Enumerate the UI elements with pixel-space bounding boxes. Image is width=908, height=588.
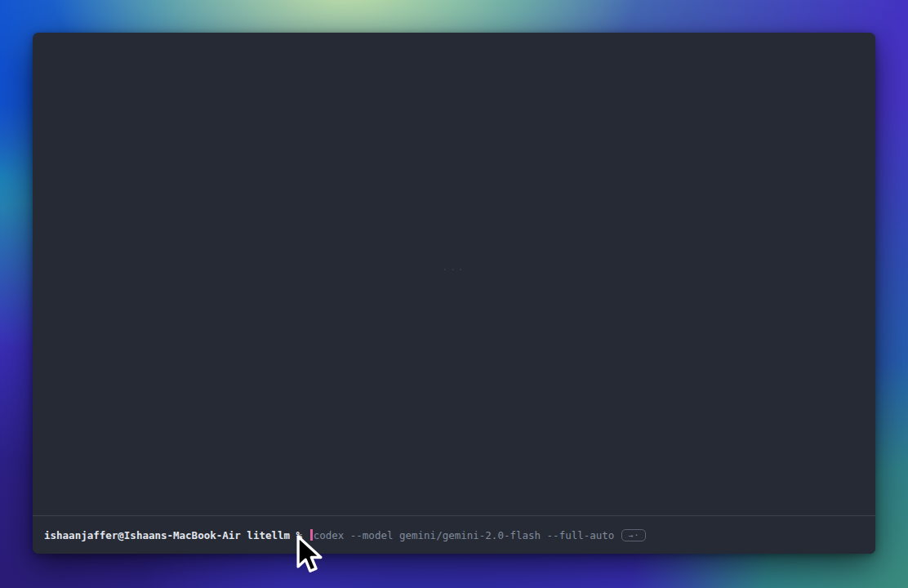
- terminal-output-area[interactable]: ...: [33, 33, 875, 515]
- prompt-directory: litellm: [241, 529, 290, 541]
- prompt-symbol: %: [290, 529, 309, 541]
- loading-ellipsis: ...: [33, 262, 875, 273]
- command-input-line[interactable]: ishaanjaffer@Ishaans-MacBook-Air litellm…: [33, 515, 875, 554]
- terminal-window: ... ishaanjaffer@Ishaans-MacBook-Air lit…: [33, 33, 875, 554]
- text-cursor: [310, 529, 313, 541]
- accept-suggestion-hint-badge[interactable]: →·: [621, 529, 646, 541]
- prompt-user-host: ishaanjaffer@Ishaans-MacBook-Air: [44, 529, 241, 541]
- command-suggestion: codex --model gemini/gemini-2.0-flash --…: [314, 529, 615, 541]
